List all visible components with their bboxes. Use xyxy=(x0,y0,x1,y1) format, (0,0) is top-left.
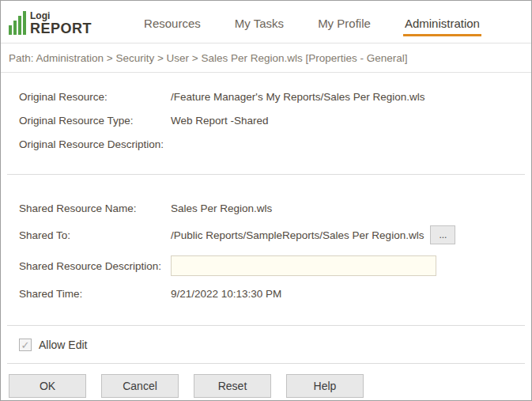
original-resource-description-row: Original Resource Description: xyxy=(19,138,523,150)
shared-time-label: Shared Time: xyxy=(19,288,171,300)
nav-item-my-tasks[interactable]: My Tasks xyxy=(233,10,285,36)
original-resource-type-value: Web Report -Shared xyxy=(171,115,269,127)
shared-resource-name-label: Shared Resource Name: xyxy=(19,202,171,214)
shared-resource-description-label: Shared Resource Description: xyxy=(19,260,171,272)
original-resource-label: Original Resource: xyxy=(19,91,171,103)
nav-item-resources[interactable]: Resources xyxy=(142,10,202,36)
logo-text-report: REPORT xyxy=(30,21,92,36)
allow-edit-row: ✓ Allow Edit xyxy=(1,326,531,363)
breadcrumb: Path: Administration > Security > User >… xyxy=(1,44,531,73)
original-resource-section: Original Resource: /Feature Manager's My… xyxy=(1,90,531,150)
ok-button[interactable]: OK xyxy=(9,374,86,398)
shared-time-row: Shared Time: 9/21/2022 10:13:30 PM xyxy=(19,287,523,300)
shared-resource-description-row: Shared Resource Description: xyxy=(19,255,523,276)
shared-resource-description-input[interactable] xyxy=(171,255,436,276)
nav-item-my-profile[interactable]: My Profile xyxy=(316,10,372,36)
properties-form: Original Resource: /Feature Manager's My… xyxy=(1,73,531,398)
original-resource-row: Original Resource: /Feature Manager's My… xyxy=(19,90,523,103)
shared-time-value: 9/21/2022 10:13:30 PM xyxy=(171,288,281,300)
reset-button[interactable]: Reset xyxy=(194,374,271,398)
shared-to-label: Shared To: xyxy=(19,229,171,241)
shared-to-value: /Public Reports/SampleReports/Sales Per … xyxy=(171,229,424,241)
original-resource-description-label: Original Resource Description: xyxy=(19,138,171,150)
help-button[interactable]: Help xyxy=(286,374,364,398)
logo-bars-icon xyxy=(9,11,26,36)
browse-button[interactable]: ... xyxy=(430,225,455,244)
action-button-row: OK Cancel Reset Help xyxy=(1,364,531,398)
cancel-button[interactable]: Cancel xyxy=(101,374,179,398)
shared-resource-section: Shared Resource Name: Sales Per Region.w… xyxy=(1,202,531,300)
shared-resource-name-row: Shared Resource Name: Sales Per Region.w… xyxy=(19,202,523,214)
nav-item-administration[interactable]: Administration xyxy=(403,10,481,36)
logo-text-logi: Logi xyxy=(30,11,92,21)
shared-resource-name-value: Sales Per Region.wls xyxy=(171,202,272,214)
logi-report-logo: Logi REPORT xyxy=(9,11,111,36)
original-resource-type-row: Original Resource Type: Web Report -Shar… xyxy=(19,114,523,127)
original-resource-type-label: Original Resource Type: xyxy=(19,115,171,127)
original-resource-value: /Feature Manager's My Reports/Sales Per … xyxy=(171,91,424,103)
properties-page: Logi REPORT Resources My Tasks My Profil… xyxy=(0,0,532,401)
top-navbar: Logi REPORT Resources My Tasks My Profil… xyxy=(1,1,531,44)
allow-edit-label: Allow Edit xyxy=(39,339,87,351)
section-divider xyxy=(7,174,525,175)
main-nav: Resources My Tasks My Profile Administra… xyxy=(111,10,512,36)
allow-edit-checkbox[interactable]: ✓ xyxy=(19,339,32,351)
shared-to-row: Shared To: /Public Reports/SampleReports… xyxy=(19,225,523,244)
check-icon: ✓ xyxy=(21,339,30,351)
